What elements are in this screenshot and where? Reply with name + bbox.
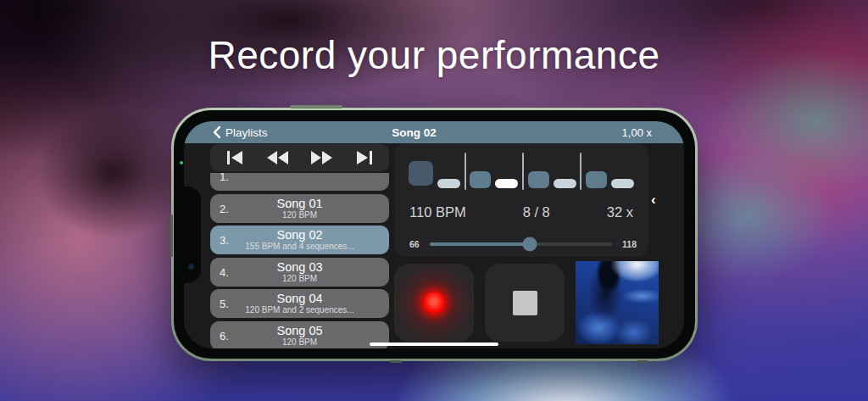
beat-rest[interactable] bbox=[554, 179, 576, 188]
page-title: Song 02 bbox=[392, 126, 437, 139]
time-signature-value[interactable]: 8 / 8 bbox=[523, 204, 550, 220]
beat-accent[interactable] bbox=[528, 171, 549, 188]
speaker-grille bbox=[637, 360, 648, 363]
playback-rate-button[interactable]: 1,00 x bbox=[622, 126, 652, 139]
power-button bbox=[290, 105, 342, 109]
tempo-slider-fill bbox=[430, 242, 530, 246]
song-subtitle: 120 BPM and 2 sequences... bbox=[210, 305, 389, 315]
slider-max-label: 118 bbox=[622, 239, 637, 249]
nav-bar: Playlists Song 02 1,00 x bbox=[184, 121, 684, 143]
song-subtitle: 120 BPM bbox=[210, 274, 389, 284]
sim-tray bbox=[170, 214, 173, 257]
camera-led-dot bbox=[180, 161, 183, 164]
home-indicator[interactable] bbox=[370, 343, 498, 346]
rewind-button[interactable] bbox=[264, 148, 291, 167]
song-number: 1. bbox=[220, 173, 229, 183]
tempo-slider-track[interactable] bbox=[430, 242, 612, 246]
song-number: 2. bbox=[220, 202, 229, 214]
song-subtitle: 120 BPM bbox=[210, 173, 389, 175]
beat-accent[interactable] bbox=[586, 171, 607, 188]
song-number: 4. bbox=[220, 265, 229, 278]
beat-current[interactable] bbox=[495, 179, 518, 188]
front-camera-icon bbox=[188, 264, 194, 270]
skip-forward-button[interactable] bbox=[353, 148, 376, 167]
song-subtitle: 120 BPM bbox=[210, 337, 389, 348]
app-screen: Playlists Song 02 1,00 x bbox=[184, 121, 684, 348]
notch bbox=[184, 187, 201, 283]
skip-back-button[interactable] bbox=[224, 148, 246, 167]
beat-downbeat[interactable] bbox=[409, 161, 433, 186]
song-number: 3. bbox=[220, 234, 229, 247]
back-chevron-icon bbox=[213, 126, 220, 138]
metronome-panel: 110 BPM 8 / 8 32 x 66 118 bbox=[394, 143, 648, 257]
playlist-row[interactable]: 1. 120 BPM bbox=[210, 173, 389, 191]
song-subtitle: 155 BPM and 4 sequences... bbox=[210, 242, 389, 252]
song-title: Song 03 bbox=[210, 258, 389, 274]
slider-min-label: 66 bbox=[409, 239, 420, 249]
hero-title: Record your performance bbox=[0, 32, 868, 78]
playlist-row[interactable]: 5. Song 04 120 BPM and 2 sequences... bbox=[210, 289, 389, 318]
beat-group-divider bbox=[580, 153, 581, 190]
record-button[interactable] bbox=[394, 264, 474, 342]
song-title: Song 02 bbox=[210, 226, 389, 242]
beat-group-divider bbox=[522, 153, 524, 190]
iphone-mockup: Playlists Song 02 1,00 x bbox=[171, 108, 698, 361]
stop-button[interactable] bbox=[485, 264, 565, 342]
song-list: 1. 120 BPM 2. Song 01 120 BPM 3. Song 02… bbox=[210, 173, 389, 348]
playlist-row[interactable]: 3. Song 02 155 BPM and 4 sequences... bbox=[210, 226, 389, 254]
song-number: 5. bbox=[220, 298, 229, 310]
song-number: 6. bbox=[220, 329, 229, 342]
playlist-row[interactable]: 2. Song 01 120 BPM bbox=[210, 194, 389, 223]
transport-bar bbox=[210, 144, 389, 171]
metronome-readouts: 110 BPM 8 / 8 32 x bbox=[409, 204, 633, 220]
playlist-row[interactable]: 4. Song 03 120 BPM bbox=[210, 258, 389, 287]
tempo-slider-row: 66 118 bbox=[409, 237, 637, 252]
playlist-row[interactable]: 6. Song 05 120 BPM bbox=[210, 321, 389, 349]
repeat-multiplier-value[interactable]: 32 x bbox=[607, 204, 633, 220]
skip-back-icon bbox=[225, 150, 244, 165]
skip-forward-icon bbox=[355, 150, 374, 165]
song-subtitle: 120 BPM bbox=[210, 210, 389, 220]
beat-sequence bbox=[409, 154, 634, 188]
back-label: Playlists bbox=[225, 126, 268, 139]
song-title: Song 05 bbox=[210, 321, 389, 337]
fast-forward-icon bbox=[310, 150, 333, 165]
record-red-dot-icon bbox=[423, 292, 445, 314]
tempo-slider-thumb[interactable] bbox=[523, 237, 537, 252]
collapse-panel-chevron-icon[interactable]: ‹ bbox=[651, 192, 656, 207]
song-title: Song 01 bbox=[210, 194, 389, 210]
bpm-value[interactable]: 110 BPM bbox=[409, 204, 466, 220]
back-button[interactable]: Playlists bbox=[213, 126, 268, 139]
beat-rest[interactable] bbox=[437, 179, 460, 188]
beat-group-divider bbox=[465, 153, 466, 190]
recorded-video-thumbnail[interactable] bbox=[576, 261, 659, 344]
rewind-icon bbox=[266, 150, 289, 165]
stop-square-icon bbox=[513, 291, 537, 315]
beat-accent[interactable] bbox=[470, 171, 491, 188]
beat-rest[interactable] bbox=[611, 179, 634, 188]
phone-bezel: Playlists Song 02 1,00 x bbox=[174, 110, 695, 359]
main-content: 1. 120 BPM 2. Song 01 120 BPM 3. Song 02… bbox=[184, 143, 684, 348]
song-title: Song 04 bbox=[210, 289, 389, 305]
fast-forward-button[interactable] bbox=[309, 148, 335, 167]
speaker-grille bbox=[390, 360, 402, 363]
